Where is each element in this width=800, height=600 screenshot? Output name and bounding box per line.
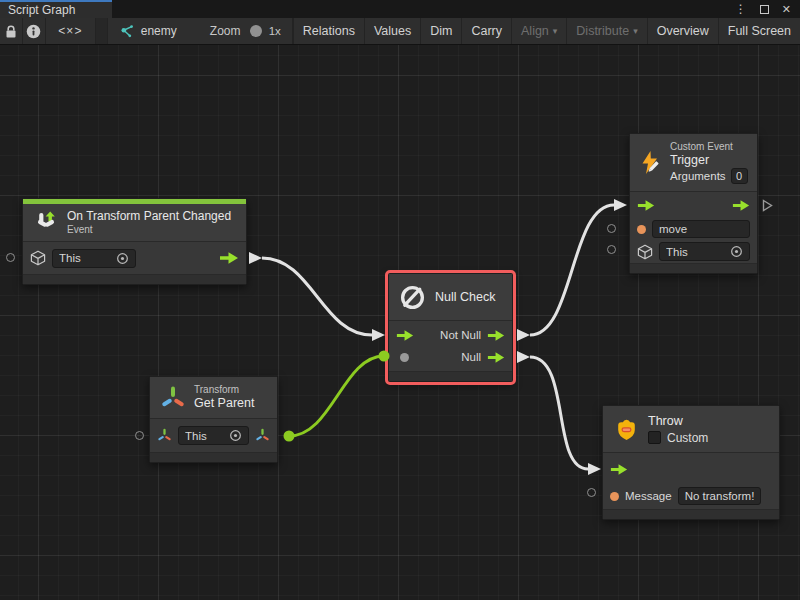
transform-icon (160, 385, 186, 411)
lock-icon (5, 24, 17, 39)
throw-message-ext-port[interactable] (587, 488, 596, 497)
message-field[interactable]: No transform! (678, 487, 762, 505)
custom-label: Custom (667, 431, 708, 445)
node-title: Get Parent (194, 396, 254, 411)
info-icon (26, 24, 41, 39)
flow-input-port[interactable] (396, 329, 414, 342)
node-on-transform-parent-changed[interactable]: On Transform Parent Changed Event This (22, 198, 247, 285)
node-subtitle: Event (67, 224, 231, 236)
node-header: Transform Get Parent (150, 377, 277, 419)
throw-shield-icon (613, 416, 640, 443)
target-picker-icon[interactable] (229, 429, 242, 442)
zoom-value: 1x (269, 25, 281, 37)
graph-icon (119, 24, 134, 39)
target-field[interactable]: This (178, 426, 249, 445)
values-button[interactable]: Values (364, 18, 420, 44)
port-label-null: Null (461, 351, 481, 363)
event-target-ext-port[interactable] (6, 253, 15, 262)
graph-name[interactable]: enemy (141, 24, 177, 38)
transform-event-icon (33, 210, 59, 236)
menu-kebab-icon[interactable]: ⋮ (735, 3, 747, 15)
tab-label: Script Graph (8, 3, 75, 17)
target-field[interactable]: This (659, 242, 750, 261)
node-category: Custom Event (670, 141, 748, 153)
message-label: Message (625, 490, 672, 502)
cube-icon (30, 250, 46, 266)
node-get-parent[interactable]: Transform Get Parent This (149, 376, 278, 463)
string-input-port[interactable] (610, 492, 619, 501)
transform-output-port-icon[interactable] (255, 428, 270, 443)
chevron-down-icon: ▾ (633, 26, 638, 36)
null-output-port[interactable] (487, 351, 505, 364)
zoom-label: Zoom (210, 24, 241, 38)
code-icon: <×> (58, 24, 82, 38)
flow-input-port[interactable] (637, 199, 655, 212)
close-icon[interactable]: ✕ (782, 4, 791, 15)
node-title: On Transform Parent Changed (67, 209, 231, 224)
custom-event-target-ext-port[interactable] (607, 245, 616, 254)
null-check-icon (399, 284, 426, 311)
lock-button[interactable] (0, 18, 23, 44)
fullscreen-button[interactable]: Full Screen (718, 18, 800, 44)
dim-button[interactable]: Dim (420, 18, 461, 44)
zoom-slider[interactable] (250, 30, 258, 32)
flow-input-port[interactable] (610, 463, 628, 476)
node-title: Null Check (435, 290, 495, 305)
get-parent-target-ext-port[interactable] (135, 431, 144, 440)
window-controls: ⋮ ✕ (735, 0, 800, 18)
node-null-check[interactable]: Null Check Not Null Null (388, 273, 513, 382)
node-footer (389, 371, 512, 381)
custom-checkbox[interactable] (648, 431, 661, 444)
zoom-handle[interactable] (250, 25, 262, 37)
custom-event-flow-out-ext-port[interactable] (762, 199, 773, 212)
overview-button[interactable]: Overview (647, 18, 718, 44)
tab-script-graph[interactable]: Script Graph (0, 0, 112, 18)
node-custom-event-trigger[interactable]: Custom Event Trigger Arguments 0 move (629, 133, 758, 274)
script-graph-window: Script Graph ⋮ ✕ <×> enemy Zoom 1x Relat… (0, 0, 800, 600)
node-footer (150, 452, 277, 462)
arguments-label: Arguments (670, 170, 726, 182)
maximize-icon[interactable] (760, 5, 769, 14)
toolbar-gap (96, 18, 108, 44)
node-header: Throw Custom (603, 406, 779, 453)
node-header: Null Check (389, 274, 512, 321)
node-footer (630, 263, 757, 273)
value-input-port[interactable] (400, 353, 409, 362)
target-picker-icon[interactable] (730, 245, 743, 258)
align-dropdown: Align▾ (511, 18, 566, 44)
toolbar-buttons: Relations Values Dim Carry Align▾ Distri… (293, 18, 800, 44)
event-name-field[interactable]: move (652, 220, 750, 238)
node-category: Transform (194, 384, 254, 396)
transform-port-icon[interactable] (157, 428, 172, 443)
node-header: On Transform Parent Changed Event (23, 204, 246, 242)
chevron-down-icon: ▾ (553, 26, 558, 36)
graph-breadcrumb-zoom: enemy Zoom 1x (108, 18, 293, 44)
string-input-port[interactable] (637, 225, 646, 234)
relations-button[interactable]: Relations (293, 18, 364, 44)
code-button[interactable]: <×> (46, 18, 97, 44)
cube-icon (637, 244, 653, 260)
node-title: Trigger (670, 153, 748, 168)
graph-toolbar: <×> enemy Zoom 1x Relations Values Dim C… (0, 18, 800, 45)
custom-event-icon (638, 150, 664, 176)
node-footer (603, 509, 779, 519)
info-button[interactable] (23, 18, 46, 44)
node-throw[interactable]: Throw Custom Message No transform! (602, 405, 780, 520)
carry-button[interactable]: Carry (461, 18, 511, 44)
flow-output-port[interactable] (732, 199, 750, 212)
distribute-dropdown: Distribute▾ (566, 18, 646, 44)
target-field[interactable]: This (52, 249, 136, 268)
flow-output-port[interactable] (219, 251, 239, 265)
port-label-not-null: Not Null (440, 329, 481, 341)
not-null-output-port[interactable] (487, 329, 505, 342)
node-header: Custom Event Trigger Arguments 0 (630, 134, 757, 192)
arguments-field[interactable]: 0 (731, 168, 748, 184)
node-title: Throw (648, 414, 708, 429)
title-bar: Script Graph ⋮ ✕ (0, 0, 800, 18)
target-picker-icon[interactable] (116, 252, 129, 265)
custom-event-name-ext-port[interactable] (607, 224, 616, 233)
node-footer (23, 274, 246, 284)
